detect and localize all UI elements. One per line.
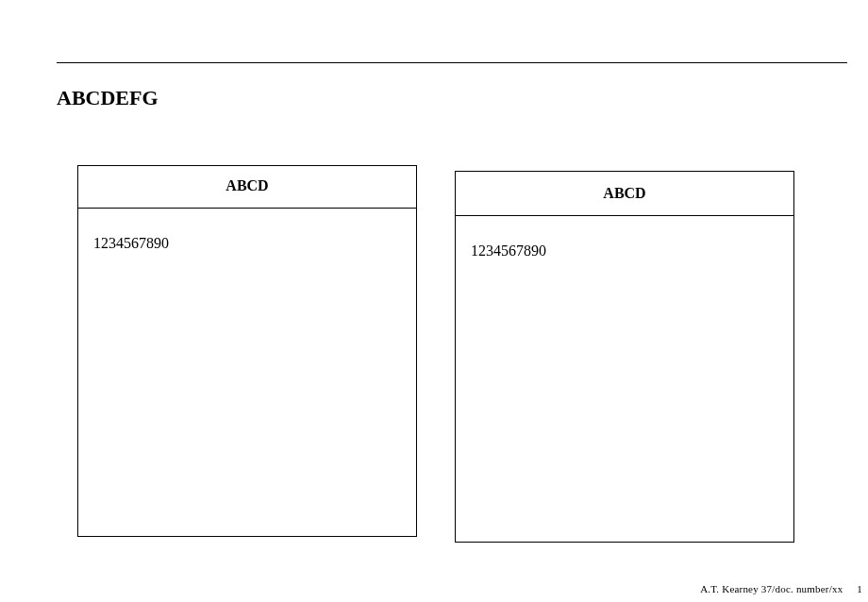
page-title: ABCDEFG xyxy=(57,86,811,110)
panel-left-header: ABCD xyxy=(78,166,416,209)
panel-right-body: 1234567890 xyxy=(456,216,793,542)
panel-right: ABCD 1234567890 xyxy=(455,171,794,543)
panel-left: ABCD 1234567890 xyxy=(77,165,417,537)
panel-row: ABCD 1234567890 ABCD 1234567890 xyxy=(77,165,811,543)
footer-page-number: 1 xyxy=(857,583,862,594)
panel-right-header: ABCD xyxy=(456,172,793,216)
slide-page: ABCDEFG ABCD 1234567890 ABCD 1234567890 xyxy=(0,62,868,543)
footer-text: A.T. Kearney 37/doc. number/xx xyxy=(700,583,843,594)
footer: A.T. Kearney 37/doc. number/xx 1 xyxy=(700,583,862,594)
panel-left-body: 1234567890 xyxy=(78,209,416,536)
divider-top xyxy=(57,62,847,63)
